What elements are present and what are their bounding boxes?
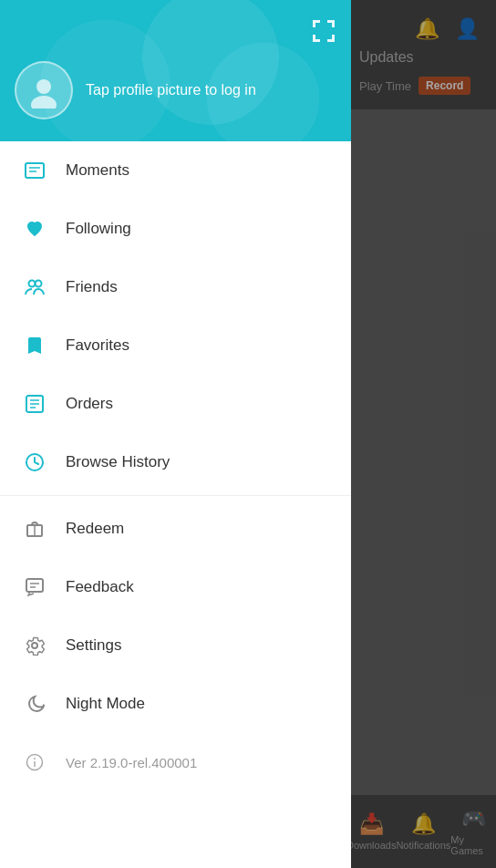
browse-history-label: Browse History bbox=[66, 453, 170, 471]
favorites-icon bbox=[22, 333, 47, 358]
profile-area: Tap profile picture to log in bbox=[15, 61, 336, 119]
svg-rect-1 bbox=[313, 20, 315, 27]
menu-item-moments[interactable]: Moments bbox=[0, 141, 351, 200]
settings-label: Settings bbox=[66, 636, 121, 655]
orders-label: Orders bbox=[66, 395, 113, 413]
feedback-icon bbox=[22, 574, 47, 600]
redeem-label: Redeem bbox=[66, 520, 124, 538]
menu-divider bbox=[0, 495, 351, 496]
svg-point-9 bbox=[31, 96, 57, 108]
menu-item-orders[interactable]: Orders bbox=[0, 375, 351, 433]
menu-item-friends[interactable]: Friends bbox=[0, 258, 351, 316]
favorites-label: Favorites bbox=[66, 336, 129, 355]
menu-item-following[interactable]: Following bbox=[0, 200, 351, 258]
settings-icon bbox=[22, 633, 47, 658]
svg-rect-3 bbox=[332, 20, 335, 27]
tap-login-label: Tap profile picture to log in bbox=[86, 82, 256, 98]
menu-item-night-mode[interactable]: Night Mode bbox=[0, 675, 351, 733]
svg-point-14 bbox=[36, 281, 42, 287]
drawer-header-top bbox=[15, 18, 336, 50]
drawer-header: Tap profile picture to log in bbox=[0, 0, 351, 141]
avatar[interactable] bbox=[15, 61, 73, 119]
redeem-icon bbox=[22, 516, 47, 542]
scan-icon[interactable] bbox=[311, 18, 336, 50]
side-drawer: Tap profile picture to log in Moments Fo… bbox=[0, 0, 351, 868]
svg-rect-10 bbox=[26, 163, 44, 178]
drawer-body: Moments Following Friends bbox=[0, 141, 351, 868]
version-item: Ver 2.19.0-rel.400001 bbox=[0, 733, 351, 791]
version-text: Ver 2.19.0-rel.400001 bbox=[66, 755, 197, 770]
feedback-label: Feedback bbox=[66, 578, 134, 596]
menu-item-redeem[interactable]: Redeem bbox=[0, 500, 351, 558]
menu-item-browse-history[interactable]: Browse History bbox=[0, 433, 351, 491]
svg-point-13 bbox=[29, 281, 36, 287]
moments-label: Moments bbox=[66, 161, 129, 180]
svg-rect-5 bbox=[313, 35, 315, 42]
following-label: Following bbox=[66, 220, 131, 238]
menu-item-settings[interactable]: Settings bbox=[0, 616, 351, 675]
night-mode-icon bbox=[22, 691, 47, 717]
night-mode-label: Night Mode bbox=[66, 695, 145, 713]
svg-point-8 bbox=[36, 79, 51, 94]
orders-icon bbox=[22, 391, 47, 417]
menu-item-favorites[interactable]: Favorites bbox=[0, 316, 351, 375]
moments-icon bbox=[22, 158, 47, 183]
svg-rect-7 bbox=[332, 35, 335, 42]
browse-history-icon bbox=[22, 450, 47, 475]
menu-item-feedback[interactable]: Feedback bbox=[0, 558, 351, 616]
friends-label: Friends bbox=[66, 278, 118, 296]
svg-point-27 bbox=[34, 758, 36, 760]
friends-icon bbox=[22, 274, 47, 300]
svg-rect-21 bbox=[26, 579, 43, 592]
following-icon bbox=[22, 216, 47, 242]
svg-point-24 bbox=[32, 643, 37, 648]
version-icon bbox=[22, 749, 47, 775]
